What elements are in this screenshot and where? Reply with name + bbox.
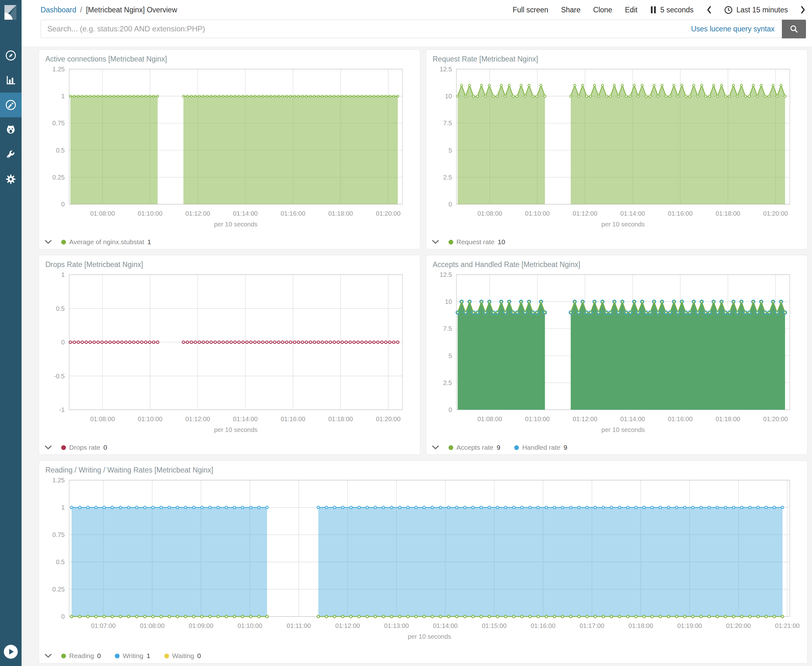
drops-rate-line-chart[interactable]: -1-0.500.5101:08:0001:10:0001:12:0001:14…: [39, 270, 420, 440]
sidebar-item-timelion[interactable]: [0, 117, 21, 142]
dashboard-grid: Active connections [Metricbeat Nginx] 00…: [39, 49, 807, 663]
legend-item[interactable]: Accepts rate9: [449, 444, 500, 451]
svg-text:0.25: 0.25: [52, 174, 65, 181]
legend-collapse-icon[interactable]: [45, 240, 52, 244]
legend-color-dot: [449, 240, 453, 244]
legend-color-dot: [449, 445, 453, 450]
edit-button[interactable]: Edit: [625, 6, 637, 14]
panel-accepts-handled-rate: Accepts and Handled Rate [Metricbeat Ngi…: [426, 255, 807, 455]
legend-collapse-icon[interactable]: [432, 445, 439, 450]
svg-text:01:08:00: 01:08:00: [140, 622, 165, 629]
sidebar-item-discover[interactable]: [0, 43, 21, 68]
legend-label: Accepts rate: [456, 444, 493, 451]
svg-text:0: 0: [449, 201, 452, 208]
svg-text:per 10 seconds: per 10 seconds: [601, 221, 645, 228]
legend-collapse-icon[interactable]: [45, 445, 52, 450]
svg-text:01:16:00: 01:16:00: [281, 210, 305, 217]
legend-color-dot: [164, 654, 169, 658]
search-input[interactable]: [41, 20, 691, 38]
legend-item[interactable]: Drops rate0: [61, 444, 107, 451]
legend-value: 9: [564, 444, 568, 451]
clock-icon: [724, 6, 733, 14]
svg-text:01:07:00: 01:07:00: [91, 622, 116, 629]
legend-item[interactable]: Writing1: [115, 652, 150, 659]
svg-text:01:16:00: 01:16:00: [668, 210, 693, 217]
svg-text:7.5: 7.5: [443, 120, 452, 127]
legend-label: Request rate: [456, 238, 495, 246]
svg-text:10: 10: [445, 298, 452, 305]
svg-text:01:08:00: 01:08:00: [477, 210, 502, 217]
legend-item[interactable]: Request rate10: [449, 238, 505, 246]
svg-text:0.75: 0.75: [52, 531, 65, 538]
legend-item[interactable]: Waiting0: [164, 652, 201, 659]
legend-collapse-icon[interactable]: [432, 240, 439, 244]
sidebar: [0, 0, 21, 666]
legend-color-dot: [514, 445, 519, 450]
svg-text:0: 0: [61, 339, 65, 346]
svg-text:01:16:00: 01:16:00: [531, 622, 555, 629]
chart-legend: Accepts rate9Handled rate9: [426, 440, 807, 455]
sidebar-item-visualize[interactable]: [0, 68, 21, 92]
reading-writing-waiting-area-chart[interactable]: 00.250.50.7511.2501:07:0001:08:0001:09:0…: [39, 476, 807, 647]
svg-text:0.5: 0.5: [56, 559, 65, 565]
svg-text:2.5: 2.5: [443, 174, 452, 181]
svg-text:01:14:00: 01:14:00: [621, 210, 645, 217]
kibana-logo[interactable]: [0, 0, 21, 21]
breadcrumb-dashboard-link[interactable]: Dashboard: [41, 6, 76, 14]
svg-text:01:20:00: 01:20:00: [376, 415, 401, 422]
legend-item[interactable]: Reading0: [61, 652, 101, 659]
svg-text:0: 0: [61, 613, 65, 620]
gauge-icon: [5, 99, 17, 111]
pause-refresh-button[interactable]: 5 seconds: [650, 6, 694, 14]
time-step-back-button[interactable]: [706, 6, 711, 14]
svg-text:01:10:00: 01:10:00: [525, 210, 550, 217]
svg-text:01:20:00: 01:20:00: [763, 210, 788, 217]
panel-title: Request Rate [Metricbeat Nginx]: [432, 55, 807, 63]
svg-text:0.5: 0.5: [56, 305, 65, 312]
svg-text:01:10:00: 01:10:00: [525, 415, 550, 422]
legend-label: Average of nginx.stubstat: [69, 238, 144, 246]
legend-item[interactable]: Handled rate9: [514, 444, 567, 451]
sidebar-item-management[interactable]: [0, 167, 21, 191]
accepts-handled-area-chart[interactable]: 02.557.51012.501:08:0001:10:0001:12:0001…: [426, 270, 807, 440]
svg-text:7.5: 7.5: [443, 325, 452, 332]
svg-text:01:11:00: 01:11:00: [287, 622, 311, 629]
svg-text:01:18:00: 01:18:00: [328, 415, 353, 422]
legend-color-dot: [115, 654, 120, 658]
time-step-forward-button[interactable]: [800, 6, 805, 14]
panel-active-connections: Active connections [Metricbeat Nginx] 00…: [39, 49, 420, 249]
lucene-syntax-link[interactable]: Uses lucene query syntax: [691, 25, 774, 33]
header: Dashboard / [Metricbeat Nginx] Overview …: [21, 0, 812, 46]
svg-text:01:12:00: 01:12:00: [335, 622, 360, 629]
legend-label: Writing: [123, 652, 144, 659]
active-connections-area-chart[interactable]: 00.250.50.7511.2501:08:0001:10:0001:12:0…: [39, 65, 420, 235]
svg-text:5: 5: [449, 352, 452, 359]
clone-button[interactable]: Clone: [593, 6, 612, 14]
legend-collapse-icon[interactable]: [45, 654, 52, 658]
sidebar-collapse-button[interactable]: [0, 638, 21, 666]
full-screen-button[interactable]: Full screen: [513, 6, 548, 14]
chart-legend: Request rate10: [426, 235, 807, 249]
legend-item[interactable]: Average of nginx.stubstat1: [61, 238, 151, 246]
request-rate-area-chart[interactable]: 02.557.51012.501:08:0001:10:0001:12:0001…: [426, 65, 807, 235]
svg-text:01:18:00: 01:18:00: [628, 622, 653, 629]
svg-text:01:18:00: 01:18:00: [328, 210, 353, 217]
sidebar-item-dev-tools[interactable]: [0, 142, 21, 167]
sidebar-item-dashboard[interactable]: [0, 92, 21, 117]
svg-text:12.5: 12.5: [440, 66, 452, 73]
svg-text:01:21:00: 01:21:00: [775, 622, 800, 629]
panel-drops-rate: Drops Rate [Metricbeat Nginx] -1-0.500.5…: [39, 255, 420, 455]
svg-text:0: 0: [449, 406, 452, 413]
share-button[interactable]: Share: [561, 6, 581, 14]
legend-color-dot: [61, 240, 66, 244]
svg-text:0: 0: [61, 201, 65, 208]
time-range-picker[interactable]: Last 15 minutes: [724, 6, 788, 14]
legend-value: 1: [147, 238, 151, 246]
time-range-label: Last 15 minutes: [736, 6, 788, 14]
search-button[interactable]: [782, 20, 806, 38]
svg-text:1.25: 1.25: [52, 476, 65, 484]
svg-text:-1: -1: [59, 406, 65, 413]
svg-text:01:15:00: 01:15:00: [482, 622, 507, 629]
svg-text:01:20:00: 01:20:00: [763, 415, 788, 422]
svg-text:1.25: 1.25: [52, 66, 65, 73]
